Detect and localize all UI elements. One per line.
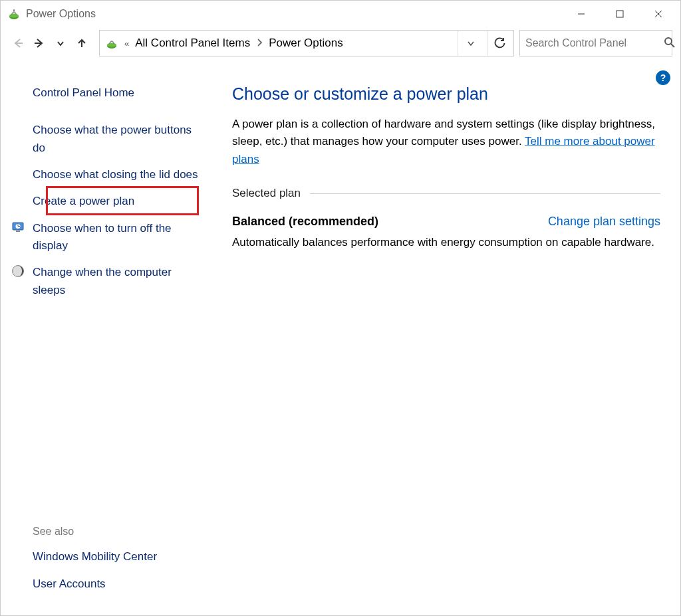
svg-rect-4 xyxy=(616,11,623,17)
change-plan-settings-link[interactable]: Change plan settings xyxy=(548,215,660,229)
back-button[interactable] xyxy=(9,33,27,54)
toolbar: « All Control Panel Items Power Options xyxy=(1,27,680,59)
sidebar-link-turn-off-display[interactable]: Choose when to turn off the display xyxy=(33,220,200,255)
chevron-right-icon xyxy=(254,39,265,49)
breadcrumb-item[interactable]: Power Options xyxy=(269,37,343,50)
see-also-header: See also xyxy=(33,526,200,538)
forward-button[interactable] xyxy=(30,33,49,54)
nav-buttons xyxy=(9,33,91,54)
main-panel: Choose or customize a power plan A power… xyxy=(212,59,680,615)
sidebar: Control Panel Home Choose what the power… xyxy=(1,59,212,615)
control-panel-home-link[interactable]: Control Panel Home xyxy=(33,84,200,102)
breadcrumb-item[interactable]: All Control Panel Items xyxy=(135,37,250,50)
address-bar[interactable]: « All Control Panel Items Power Options xyxy=(99,30,514,56)
moon-icon xyxy=(11,264,25,278)
search-icon[interactable] xyxy=(664,37,676,51)
svg-point-1 xyxy=(9,14,19,18)
page-heading: Choose or customize a power plan xyxy=(232,84,660,104)
plan-description: Automatically balances performance with … xyxy=(232,234,660,251)
see-also-section: See also Windows Mobility Center User Ac… xyxy=(33,526,200,602)
content-area: Control Panel Home Choose what the power… xyxy=(1,59,680,615)
search-box[interactable] xyxy=(519,30,672,56)
sidebar-link-power-buttons[interactable]: Choose what the power buttons do xyxy=(33,122,200,157)
minimize-button[interactable] xyxy=(562,3,601,25)
svg-rect-2 xyxy=(13,9,15,11)
chevron-left-double-icon: « xyxy=(122,39,131,49)
up-button[interactable] xyxy=(72,33,91,54)
section-header: Selected plan xyxy=(232,187,660,200)
display-off-icon xyxy=(11,221,25,234)
plan-header-row: Balanced (recommended) Change plan setti… xyxy=(232,215,660,229)
search-input[interactable] xyxy=(525,37,658,49)
svg-line-12 xyxy=(671,44,674,47)
window-title: Power Options xyxy=(26,8,96,20)
see-also-user-accounts[interactable]: User Accounts xyxy=(33,575,200,593)
control-panel-icon xyxy=(105,37,118,50)
selected-plan-name: Balanced (recommended) xyxy=(232,215,378,229)
svg-point-11 xyxy=(665,38,672,45)
close-button[interactable] xyxy=(639,3,678,25)
divider xyxy=(310,193,660,194)
refresh-button[interactable] xyxy=(487,31,512,56)
section-title: Selected plan xyxy=(232,187,301,200)
maximize-button[interactable] xyxy=(601,3,639,25)
recent-locations-button[interactable] xyxy=(51,33,70,54)
svg-rect-17 xyxy=(16,231,20,232)
sidebar-link-closing-lid[interactable]: Choose what closing the lid does xyxy=(33,166,200,183)
title-bar: Power Options xyxy=(1,1,680,27)
power-options-icon xyxy=(7,7,21,21)
svg-point-10 xyxy=(107,43,116,47)
address-dropdown-button[interactable] xyxy=(458,31,483,56)
sidebar-link-computer-sleeps[interactable]: Change when the computer sleeps xyxy=(33,264,200,299)
see-also-mobility-center[interactable]: Windows Mobility Center xyxy=(33,548,200,565)
highlight-box xyxy=(46,186,199,215)
page-description: A power plan is a collection of hardware… xyxy=(232,116,660,168)
